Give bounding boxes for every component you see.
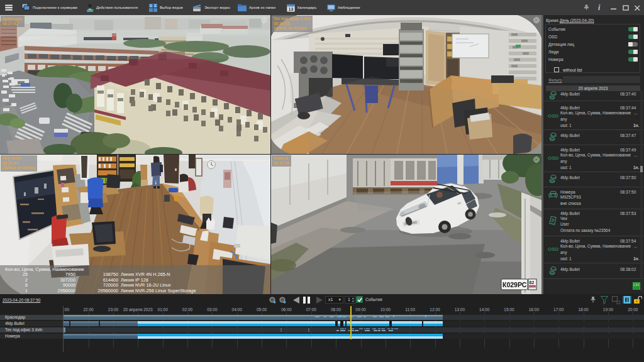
- svg-text:К029РС: К029РС: [502, 281, 527, 288]
- svg-text:CSV: CSV: [633, 283, 639, 287]
- svg-text:13: 13: [289, 6, 294, 11]
- svg-text:82: 82: [530, 280, 535, 285]
- svg-text:2: 2: [155, 4, 157, 8]
- svg-text:1: 1: [150, 4, 152, 8]
